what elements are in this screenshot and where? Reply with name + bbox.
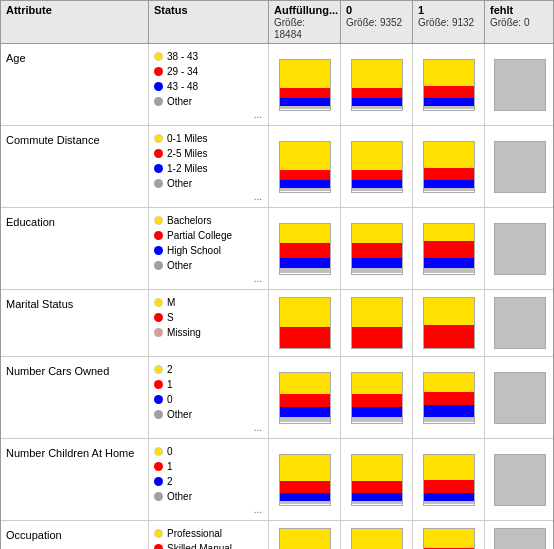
bar-segment [280,142,330,171]
bar-chart [423,223,475,275]
bar-segment [352,373,402,394]
status-item: 38 - 43 [154,49,198,64]
bar-chart-cell-0 [269,439,341,520]
header-col1: 1 Größe: 9132 [413,1,485,43]
bar-chart-cell-0 [269,208,341,289]
yellow-dot [154,365,163,374]
status-item: 0 [154,444,173,459]
status-label: 43 - 48 [167,79,198,94]
cell-status: 38 - 4329 - 3443 - 48Other... [149,44,269,125]
bar-chart-cell-2 [413,290,485,356]
status-label: Professional [167,526,222,541]
bar-segment [424,405,474,417]
gray-block [494,59,546,111]
blue-dot [154,164,163,173]
bar-chart [423,59,475,111]
bar-chart-cell-1 [341,521,413,549]
status-label: 38 - 43 [167,49,198,64]
status-label: High School [167,243,221,258]
status-label: Skilled Manual [167,541,232,549]
status-label: 29 - 34 [167,64,198,79]
bar-chart-cell-0 [269,44,341,125]
ellipsis: ... [254,189,262,204]
cell-attribute: Marital Status [1,290,149,356]
cell-attribute: Number Cars Owned [1,357,149,438]
pink-dot [154,328,163,337]
bar-segment [352,481,402,493]
bar-segment [424,417,474,423]
header-col0-label: 0 [346,4,352,16]
cell-attribute: Commute Distance [1,126,149,207]
bar-segment [280,98,330,106]
bar-segment [352,455,402,482]
cell-status: 210Other... [149,357,269,438]
status-item: 1 [154,459,173,474]
red-dot [154,380,163,389]
blue-dot [154,477,163,486]
bar-chart [351,372,403,424]
status-label: 2 [167,362,173,377]
table-body: Age38 - 4329 - 3443 - 48Other...Commute … [1,44,553,549]
status-item: 2-5 Miles [154,146,208,161]
gray-dot [154,97,163,106]
bar-chart-cell-2 [413,521,485,549]
status-item: Partial College [154,228,232,243]
bar-chart-cell-0 [269,126,341,207]
yellow-dot [154,447,163,456]
status-item: 1 [154,377,173,392]
bar-chart-cell-missing [485,44,554,125]
cell-attribute: Age [1,44,149,125]
ellipsis: ... [254,420,262,435]
bar-segment [352,327,402,348]
table-row: Commute Distance0-1 Miles2-5 Miles1-2 Mi… [1,126,553,208]
cell-status: MSMissing [149,290,269,356]
status-label: Other [167,407,192,422]
status-item: Other [154,489,192,504]
status-item: 2 [154,474,173,489]
table-row: Number Children At Home012Other... [1,439,553,521]
status-item: 43 - 48 [154,79,198,94]
bar-chart [351,297,403,349]
bar-chart [423,297,475,349]
main-table: Attribute Status Auffüllung... Größe: 18… [0,0,554,549]
bar-segment [424,241,474,258]
bar-chart-cell-missing [485,208,554,289]
status-item: 1-2 Miles [154,161,208,176]
bar-chart [423,372,475,424]
table-row: EducationBachelorsPartial CollegeHigh Sc… [1,208,553,290]
status-item: Missing [154,325,201,340]
bar-segment [424,529,474,548]
status-label: 1 [167,377,173,392]
bar-chart [351,223,403,275]
header-status-label: Status [154,4,188,16]
bar-segment [352,407,402,417]
bar-segment [280,106,330,110]
bar-segment [280,180,330,188]
bar-chart [279,141,331,193]
status-label: 2 [167,474,173,489]
bar-chart-cell-2 [413,357,485,438]
cell-status: 012Other... [149,439,269,520]
bar-segment [280,455,330,482]
bar-segment [280,394,330,407]
status-item: High School [154,243,221,258]
bar-segment [424,268,474,274]
bar-segment [280,407,330,417]
ellipsis: ... [254,502,262,517]
bar-chart [279,528,331,549]
bar-segment [352,243,402,258]
bar-segment [424,188,474,192]
status-item: 0-1 Miles [154,131,208,146]
table-row: Age38 - 4329 - 3443 - 48Other... [1,44,553,126]
bar-segment [280,373,330,394]
status-item: Bachelors [154,213,211,228]
bar-segment [280,188,330,192]
bar-chart-cell-1 [341,44,413,125]
bar-segment [280,224,330,243]
header-fill: Auffüllung... Größe: 18484 [269,1,341,43]
header-status: Status [149,1,269,43]
header-missing-sub: Größe: 0 [490,17,529,28]
bar-segment [424,455,474,480]
header-fill-sub: Größe: 18484 [274,17,305,40]
bar-segment [280,529,330,549]
